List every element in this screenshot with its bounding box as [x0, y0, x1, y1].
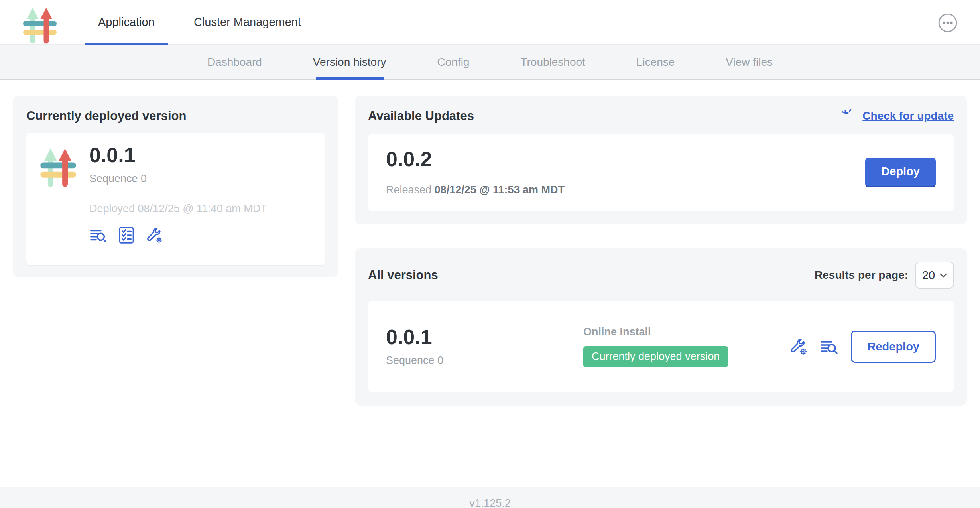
app-logo — [22, 4, 58, 44]
currently-deployed-title: Currently deployed version — [26, 109, 325, 123]
view-logs-button[interactable] — [89, 226, 108, 244]
logs-search-icon — [820, 337, 839, 356]
row-logs-button[interactable] — [820, 337, 839, 356]
tab-dashboard[interactable]: Dashboard — [182, 45, 287, 79]
app-subnav: Dashboard Version history Config Trouble… — [0, 45, 980, 80]
results-per-page-select[interactable]: 20 — [915, 262, 954, 289]
released-label: Released — [386, 184, 431, 196]
wrench-gear-icon — [789, 337, 808, 356]
deployed-timestamp: Deployed 08/12/25 @ 11:40 am MDT — [89, 203, 267, 215]
app-header: Application Cluster Management — [0, 0, 980, 45]
row-version-number: 0.0.1 — [386, 327, 583, 347]
logs-search-icon — [89, 226, 108, 244]
app-logo — [39, 145, 77, 253]
tab-view-files[interactable]: View files — [700, 45, 798, 79]
tab-application[interactable]: Application — [85, 0, 168, 44]
currently-deployed-card: Currently deployed version 0.0.1 Sequenc… — [13, 96, 338, 277]
deployed-version-number: 0.0.1 — [89, 145, 267, 165]
tab-config[interactable]: Config — [412, 45, 495, 79]
refresh-icon — [842, 109, 857, 123]
update-released-timestamp: Released 08/12/25 @ 11:53 am MDT — [386, 184, 565, 196]
main-content: Currently deployed version 0.0.1 Sequenc… — [0, 80, 980, 406]
deployed-version-panel: 0.0.1 Sequence 0 Deployed 08/12/25 @ 11:… — [26, 133, 325, 265]
tab-license[interactable]: License — [611, 45, 701, 79]
preflight-checks-button[interactable] — [117, 226, 136, 244]
results-per-page-value: 20 — [922, 269, 935, 282]
header-tabs: Application Cluster Management — [79, 0, 321, 44]
tab-version-history[interactable]: Version history — [287, 45, 412, 79]
redeploy-button[interactable]: Redeploy — [851, 331, 936, 363]
check-for-update-link[interactable]: Check for update — [842, 109, 954, 123]
all-versions-title: All versions — [368, 268, 438, 282]
console-version: v1.125.2 — [469, 497, 511, 508]
preflight-checklist-icon — [117, 226, 136, 244]
chevron-down-icon — [940, 272, 947, 278]
row-install-type: Online Install — [583, 326, 789, 338]
update-version-number: 0.0.2 — [386, 149, 565, 169]
app-footer: v1.125.2 — [0, 487, 980, 508]
deployed-sequence: Sequence 0 — [89, 173, 267, 185]
overflow-menu-button[interactable] — [938, 13, 958, 33]
tab-cluster-management[interactable]: Cluster Management — [181, 0, 314, 44]
wrench-gear-icon — [145, 226, 163, 244]
row-sequence: Sequence 0 — [386, 354, 583, 367]
currently-deployed-badge: Currently deployed version — [583, 346, 728, 367]
view-config-button[interactable] — [145, 226, 163, 244]
tab-troubleshoot[interactable]: Troubleshoot — [495, 45, 610, 79]
deploy-button[interactable]: Deploy — [865, 158, 936, 187]
ellipsis-icon — [938, 13, 958, 33]
available-updates-title: Available Updates — [368, 109, 474, 123]
available-updates-card: Available Updates Check for update 0.0.2… — [355, 96, 967, 224]
released-date: 08/12/25 @ 11:53 am MDT — [435, 184, 565, 196]
update-item: 0.0.2 Released 08/12/25 @ 11:53 am MDT D… — [368, 134, 954, 211]
row-config-button[interactable] — [789, 337, 808, 356]
version-row: 0.0.1 Sequence 0 Online Install Currentl… — [368, 301, 954, 392]
all-versions-card: All versions Results per page: 20 0.0.1 … — [355, 248, 967, 406]
check-for-update-label: Check for update — [862, 110, 954, 122]
results-per-page-label: Results per page: — [815, 269, 908, 282]
